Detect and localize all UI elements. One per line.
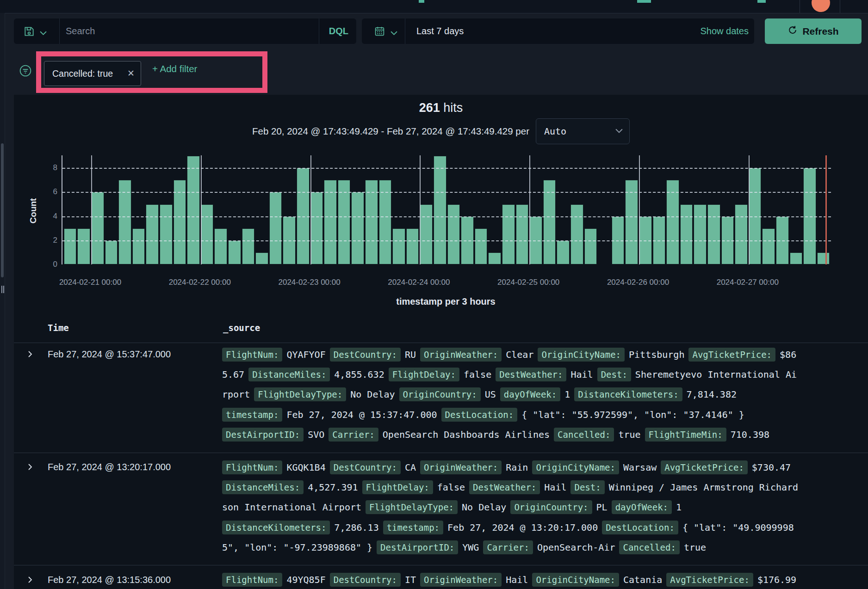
field-name-badge: dayOfWeek: — [612, 500, 672, 514]
histogram-bar[interactable] — [680, 204, 693, 264]
calendar-icon[interactable] — [374, 25, 385, 39]
column-header-source[interactable]: _source — [223, 323, 260, 333]
field-name-badge: FlightNum: — [222, 460, 282, 474]
add-filter-button[interactable]: + Add filter — [152, 63, 197, 74]
field-name-badge: AvgTicketPrice: — [661, 460, 748, 474]
field-name-badge: Carrier: — [329, 428, 378, 442]
histogram-bar[interactable] — [762, 228, 775, 264]
histogram-bar[interactable] — [77, 228, 90, 264]
day-boundary-line — [529, 155, 530, 264]
histogram-bar[interactable] — [228, 240, 241, 264]
date-picker-bar: Last 7 days Show dates — [362, 18, 754, 44]
histogram-bar[interactable] — [269, 192, 282, 264]
field-value: Hail — [544, 482, 566, 493]
user-avatar[interactable] — [812, 0, 830, 12]
histogram-bar[interactable] — [187, 156, 200, 264]
field-name-badge: DestAirportID: — [222, 428, 304, 442]
interval-select[interactable]: Auto — [536, 118, 630, 144]
filter-chip-cancelled-true[interactable]: Cancelled: true ✕ — [44, 61, 141, 86]
interval-value: Auto — [544, 119, 566, 144]
histogram-bar[interactable] — [502, 204, 515, 264]
show-dates-button[interactable]: Show dates — [700, 18, 749, 44]
y-tick-label: 0 — [42, 260, 57, 269]
histogram-bar[interactable] — [570, 204, 583, 264]
day-boundary-line — [420, 155, 421, 264]
histogram-bar[interactable] — [420, 204, 433, 264]
expand-row-chevron-icon[interactable] — [26, 350, 34, 358]
column-header-time[interactable]: Time — [48, 323, 69, 333]
field-name-badge: OriginCityName: — [538, 348, 625, 362]
field-name-badge: FlightTimeMin: — [645, 428, 726, 442]
field-value: false — [464, 369, 491, 380]
histogram-bar[interactable] — [242, 228, 255, 264]
histogram-bar[interactable] — [447, 204, 460, 264]
field-value: QYAFYOF — [286, 349, 325, 360]
histogram-bar[interactable] — [557, 240, 570, 264]
histogram-bar[interactable] — [488, 252, 501, 264]
histogram-bar[interactable] — [707, 204, 720, 264]
field-value: 7,814.382 — [687, 389, 737, 400]
field-value: 4,855.632 — [334, 369, 384, 380]
expand-row-chevron-icon[interactable] — [26, 463, 34, 471]
field-value: 710.398 — [731, 429, 769, 440]
field-value: Rain — [506, 462, 528, 473]
table-header-divider — [14, 343, 868, 343]
field-name-badge: FlightDelay: — [389, 368, 459, 381]
histogram-bar[interactable] — [406, 228, 419, 264]
histogram-bar[interactable] — [255, 252, 268, 264]
field-value: Hail — [570, 369, 593, 380]
field-value: Catania — [623, 574, 662, 585]
nav-divider — [840, 0, 840, 13]
histogram-plot[interactable] — [62, 155, 831, 264]
expand-row-chevron-icon[interactable] — [26, 576, 34, 583]
x-tick-label: 2024-02-24 00:00 — [377, 278, 460, 287]
filter-funnel-icon[interactable] — [19, 65, 31, 79]
histogram-bar[interactable] — [516, 204, 529, 264]
histogram-bar[interactable] — [434, 156, 446, 264]
histogram-bar[interactable] — [132, 228, 145, 264]
save-query-icon[interactable] — [23, 25, 35, 39]
left-rail — [0, 13, 5, 589]
field-value: { "lat": "55.972599", "lon": "37.4146" } — [521, 409, 744, 420]
date-picker-chevron-down-icon[interactable] — [391, 29, 397, 37]
scrollbar-thumb[interactable] — [1, 143, 4, 277]
field-name-badge: FlightDelay: — [362, 480, 433, 494]
row-source: FlightNum:KGQK1B4DestCountry:CAOriginWea… — [222, 457, 868, 558]
histogram-bar[interactable] — [790, 252, 803, 264]
histogram-bar[interactable] — [584, 228, 597, 264]
histogram-bar[interactable] — [735, 204, 748, 264]
results-panel: 261 hits Feb 20, 2024 @ 17:43:49.429 - F… — [14, 95, 868, 589]
histogram-bar[interactable] — [475, 228, 488, 264]
field-name-badge: DestWeather: — [496, 368, 566, 381]
nav-accent-sliver — [637, 0, 651, 3]
query-language-button[interactable]: DQL — [329, 18, 348, 44]
sidebar-collapse-handle[interactable] — [1, 286, 5, 294]
histogram-bar[interactable] — [160, 204, 173, 264]
histogram-bar[interactable] — [392, 228, 405, 264]
field-value: Clear — [506, 349, 533, 360]
histogram-bar[interactable] — [817, 252, 830, 264]
histogram-bar[interactable] — [201, 204, 214, 264]
select-chevron-down-icon — [615, 129, 623, 134]
day-boundary-line — [91, 155, 92, 264]
histogram-bar[interactable] — [214, 228, 227, 264]
histogram-bar[interactable] — [146, 204, 159, 264]
y-axis-title: Count — [28, 192, 38, 229]
search-input[interactable]: Search — [66, 18, 95, 44]
histogram-bar[interactable] — [351, 192, 364, 264]
save-query-chevron-down-icon[interactable] — [40, 29, 47, 37]
field-name-badge: OriginWeather: — [420, 348, 502, 362]
refresh-button[interactable]: Refresh — [765, 18, 862, 44]
field-value: 49YQ85F — [286, 574, 325, 585]
field-name-badge: FlightNum: — [222, 348, 282, 362]
discover-app: Search DQL Last 7 days Show dates Refres… — [0, 0, 868, 589]
filter-chip-label: Cancelled: true — [52, 61, 113, 86]
histogram-bar[interactable] — [91, 192, 104, 264]
date-range-value[interactable]: Last 7 days — [416, 18, 464, 44]
histogram-bar[interactable] — [694, 204, 707, 264]
histogram-bar[interactable] — [64, 228, 77, 264]
histogram-bar[interactable] — [310, 192, 323, 264]
field-value: $176.99 — [757, 574, 796, 585]
histogram-bar[interactable] — [105, 240, 118, 264]
filter-chip-close-icon[interactable]: ✕ — [127, 61, 135, 86]
